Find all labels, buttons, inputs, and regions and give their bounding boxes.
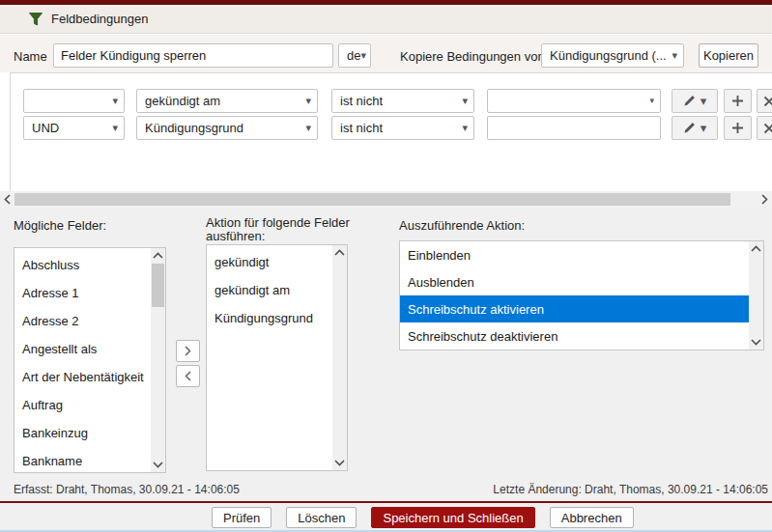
vertical-scrollbar[interactable] bbox=[332, 245, 347, 470]
scroll-up-icon[interactable] bbox=[151, 248, 165, 263]
selected-fields-label-line1: Aktion für folgende Felder bbox=[206, 215, 350, 230]
list-item[interactable]: Schreibschutz aktivieren bbox=[400, 295, 749, 322]
list-item[interactable]: Ausblenden bbox=[400, 268, 749, 295]
condition-builder-panel: ▾ gekündigt am ▾ ist nicht ▾ ▾ ▾ bbox=[10, 72, 772, 191]
chevron-down-icon: ▾ bbox=[305, 96, 311, 106]
name-input[interactable] bbox=[53, 43, 333, 68]
action-label: Auszuführende Aktion: bbox=[399, 219, 525, 233]
edit-value-button[interactable]: ▾ bbox=[672, 89, 718, 113]
remove-condition-button[interactable] bbox=[757, 116, 772, 140]
list-item[interactable]: Adresse 2 bbox=[14, 307, 151, 335]
vertical-scrollbar-thumb[interactable] bbox=[152, 264, 164, 307]
list-item[interactable]: Abschluss bbox=[14, 251, 151, 279]
list-item[interactable]: Kündigungsgrund bbox=[207, 304, 332, 332]
cancel-button[interactable]: Abbrechen bbox=[550, 507, 634, 528]
scroll-left-icon[interactable] bbox=[0, 191, 14, 208]
list-item[interactable]: Angestellt als bbox=[14, 335, 151, 363]
move-left-button[interactable] bbox=[176, 365, 200, 387]
chevron-down-icon: ▾ bbox=[649, 97, 654, 105]
selected-fields-label-line2: ausführen: bbox=[206, 229, 265, 243]
value-input[interactable] bbox=[487, 116, 661, 140]
selected-fields-label: Aktion für folgende Felder ausführen: bbox=[206, 216, 360, 243]
comparison-select[interactable]: ist nicht ▾ bbox=[331, 116, 474, 140]
remove-condition-button[interactable] bbox=[757, 89, 772, 113]
horizontal-scrollbar-thumb[interactable] bbox=[14, 193, 730, 206]
copy-conditions-label: Kopiere Bedingungen von bbox=[400, 49, 545, 64]
action-list[interactable]: EinblendenAusblendenSchreibschutz aktivi… bbox=[399, 240, 764, 350]
vertical-scrollbar[interactable] bbox=[151, 248, 165, 472]
field-select[interactable]: gekündigt am ▾ bbox=[136, 89, 318, 113]
available-fields-list[interactable]: AbschlussAdresse 1Adresse 2Angestellt al… bbox=[14, 247, 166, 473]
comparison-value: ist nicht bbox=[340, 94, 383, 108]
name-label: Name bbox=[14, 49, 47, 64]
list-item[interactable]: Bankname bbox=[14, 447, 151, 473]
chevron-down-icon: ▾ bbox=[112, 96, 118, 106]
copy-source-value: Kündigungsgrund (... bbox=[550, 48, 667, 63]
action-list-items: EinblendenAusblendenSchreibschutz aktivi… bbox=[400, 241, 749, 350]
available-fields-label: Mögliche Felder: bbox=[14, 219, 106, 233]
list-item[interactable]: gekündigt bbox=[207, 248, 332, 276]
condition-row-2: UND ▾ Kündigungsgrund ▾ ist nicht ▾ ▾ bbox=[11, 116, 772, 140]
scroll-up-icon[interactable] bbox=[332, 245, 347, 260]
list-item[interactable]: Einblenden bbox=[400, 241, 749, 268]
close-icon bbox=[763, 96, 772, 107]
scroll-down-icon[interactable] bbox=[332, 456, 347, 470]
scroll-right-icon[interactable] bbox=[758, 191, 772, 208]
operator-value: UND bbox=[32, 121, 59, 135]
operator-select[interactable]: ▾ bbox=[23, 89, 125, 113]
chevron-down-icon: ▾ bbox=[462, 96, 468, 106]
edit-value-button[interactable]: ▾ bbox=[672, 116, 718, 140]
chevron-down-icon: ▾ bbox=[462, 123, 468, 133]
dialog-title: Feldbedingungen bbox=[51, 12, 148, 26]
close-icon bbox=[763, 123, 772, 134]
field-value: gekündigt am bbox=[145, 94, 220, 108]
status-bar: Erfasst: Draht, Thomas, 30.09.21 - 14:06… bbox=[0, 478, 772, 501]
chevron-down-icon: ▾ bbox=[360, 50, 366, 61]
add-condition-button[interactable] bbox=[724, 89, 752, 113]
modified-status: Letzte Änderung: Draht, Thomas, 30.09.21… bbox=[493, 483, 768, 496]
field-actions-area: Mögliche Felder: AbschlussAdresse 1Adres… bbox=[0, 208, 772, 478]
copy-source-select[interactable]: Kündigungsgrund (... ▾ bbox=[541, 43, 684, 68]
plus-icon bbox=[731, 95, 744, 107]
list-item[interactable]: Auftrag bbox=[14, 391, 151, 419]
dialog-header: Feldbedingungen bbox=[0, 5, 772, 34]
language-select[interactable]: de ▾ bbox=[338, 43, 371, 68]
value-combo[interactable]: ▾ bbox=[487, 89, 661, 113]
chevron-down-icon: ▾ bbox=[112, 123, 118, 133]
list-item[interactable]: Schreibschutz deaktivieren bbox=[400, 322, 749, 350]
comparison-select[interactable]: ist nicht ▾ bbox=[331, 89, 474, 113]
list-item[interactable]: gekündigt am bbox=[207, 276, 332, 304]
chevron-down-icon: ▾ bbox=[701, 94, 707, 108]
delete-button[interactable]: Löschen bbox=[286, 507, 357, 528]
vertical-scrollbar[interactable] bbox=[749, 241, 763, 350]
feldbedingungen-dialog: Feldbedingungen Name de ▾ Kopiere Beding… bbox=[0, 0, 772, 532]
chevron-down-icon: ▾ bbox=[701, 121, 707, 135]
scroll-down-icon[interactable] bbox=[749, 335, 763, 350]
move-right-button[interactable] bbox=[176, 340, 200, 362]
filter-funnel-icon bbox=[29, 13, 43, 26]
operator-select[interactable]: UND ▾ bbox=[23, 116, 125, 140]
pencil-icon bbox=[683, 95, 696, 107]
selected-fields-items: gekündigtgekündigt amKündigungsgrund bbox=[207, 245, 332, 470]
chevron-down-icon: ▾ bbox=[305, 123, 311, 133]
scroll-down-icon[interactable] bbox=[151, 458, 165, 472]
footer-button-bar: Prüfen Löschen Speichern und Schließen A… bbox=[0, 503, 772, 530]
scroll-up-icon[interactable] bbox=[749, 241, 763, 256]
list-item[interactable]: Bankeinzug bbox=[14, 419, 151, 447]
condition-row-1: ▾ gekündigt am ▾ ist nicht ▾ ▾ ▾ bbox=[11, 89, 772, 113]
list-item[interactable]: Art der Nebentätigkeit bbox=[14, 363, 151, 391]
name-row: Name de ▾ Kopiere Bedingungen von Kündig… bbox=[0, 35, 772, 72]
language-value: de bbox=[347, 48, 360, 63]
copy-button[interactable]: Kopieren bbox=[699, 43, 758, 68]
list-item[interactable]: Adresse 1 bbox=[14, 279, 151, 307]
selected-fields-list[interactable]: gekündigtgekündigt amKündigungsgrund bbox=[206, 244, 348, 471]
field-select[interactable]: Kündigungsgrund ▾ bbox=[136, 116, 318, 140]
save-and-close-button[interactable]: Speichern und Schließen bbox=[371, 507, 534, 528]
chevron-down-icon: ▾ bbox=[672, 50, 677, 61]
created-status: Erfasst: Draht, Thomas, 30.09.21 - 14:06… bbox=[14, 483, 240, 496]
add-condition-button[interactable] bbox=[724, 116, 752, 140]
horizontal-scrollbar[interactable] bbox=[0, 191, 772, 208]
footer-buttons: Prüfen Löschen Speichern und Schließen A… bbox=[212, 507, 634, 528]
check-button[interactable]: Prüfen bbox=[212, 507, 272, 528]
available-fields-items: AbschlussAdresse 1Adresse 2Angestellt al… bbox=[14, 248, 151, 472]
